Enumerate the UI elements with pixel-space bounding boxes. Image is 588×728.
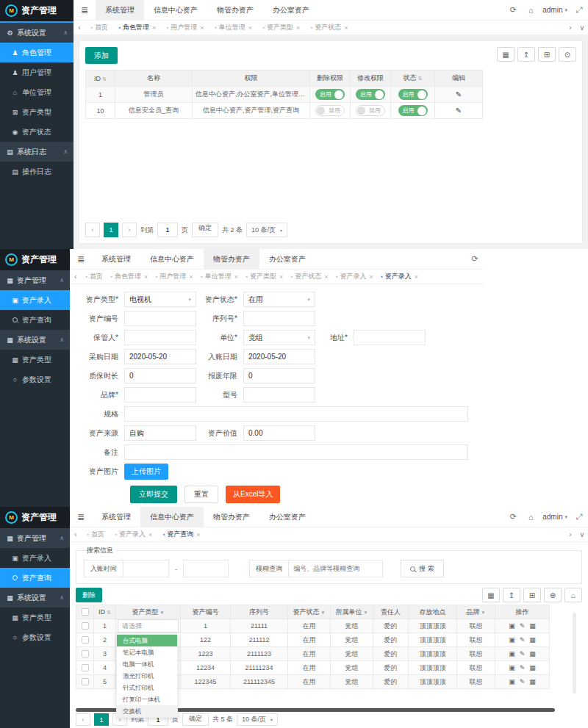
sidebar-item-asset-entry[interactable]: ▣ 资产录入	[0, 290, 70, 310]
status-toggle[interactable]: 启用	[398, 105, 428, 116]
copy-icon[interactable]: ▣	[509, 637, 515, 644]
columns-icon[interactable]: ▦	[482, 588, 500, 602]
row-checkbox[interactable]	[82, 678, 89, 685]
sidebar-item-asset-entry[interactable]: ▣ 资产录入	[0, 548, 70, 568]
close-icon[interactable]: ×	[370, 273, 373, 281]
delete-icon[interactable]: ▦	[529, 651, 536, 657]
col-unit[interactable]: 所属单位▼	[331, 605, 373, 619]
copy-icon[interactable]: ▣	[509, 623, 515, 630]
delete-icon[interactable]: ▦	[529, 665, 536, 671]
col-id[interactable]: ID⇅	[86, 71, 115, 87]
source-input[interactable]	[124, 425, 196, 441]
sort-icon[interactable]: ⇅	[102, 76, 107, 82]
select-all-checkbox[interactable]	[82, 608, 89, 616]
menu-icon[interactable]: ≣	[70, 512, 92, 522]
page-size-select[interactable]: 10 条/页 ▾	[246, 223, 287, 237]
col-asset-type[interactable]: 资产类型▼	[116, 605, 181, 619]
dropdown-option[interactable]: 激光打印机	[117, 670, 177, 682]
scrap-years-input[interactable]	[243, 368, 315, 383]
delete-permission-toggle[interactable]: 启用	[315, 89, 345, 100]
delete-icon[interactable]: ▦	[529, 637, 536, 644]
sidebar-group-system-settings[interactable]: ⚙ 系统设置 ∧	[0, 23, 74, 43]
export-icon[interactable]: ↥	[503, 588, 520, 602]
tab-asset-type[interactable]: ● 资产类型 ×	[257, 23, 305, 32]
dropdown-option[interactable]: 针式打印机	[117, 682, 177, 693]
print-icon[interactable]: ⊞	[538, 47, 556, 62]
close-icon[interactable]: ×	[344, 24, 348, 32]
sidebar-group-asset-management[interactable]: ▦ 资产管理 ∧	[0, 270, 70, 290]
dropdown-option[interactable]: 笔记本电脑	[117, 646, 177, 658]
home-icon[interactable]: ⌂	[522, 6, 539, 15]
nav-system-management[interactable]: 系统管理	[92, 249, 140, 270]
close-icon[interactable]: ×	[152, 24, 156, 32]
entry-time-to-input[interactable]	[183, 560, 229, 577]
page-size-select[interactable]: 10 条/页 ▾	[237, 713, 278, 726]
menu-icon[interactable]: ≣	[70, 254, 92, 264]
add-button[interactable]: 添加	[85, 47, 118, 64]
copy-icon[interactable]: ▣	[509, 651, 515, 657]
delete-permission-toggle[interactable]: 禁用	[315, 105, 345, 116]
nav-property-office-assets[interactable]: 物管办资产	[204, 249, 259, 270]
sidebar-item-parameter-settings[interactable]: ○ 参数设置	[0, 370, 70, 389]
refresh-icon[interactable]: ⟳	[504, 512, 522, 522]
next-page-button[interactable]: ›	[122, 223, 137, 237]
tab-asset-type[interactable]: ● 资产类型 ×	[242, 272, 287, 281]
copy-icon[interactable]: ▣	[509, 665, 515, 671]
prev-page-button[interactable]: ‹	[85, 223, 100, 237]
nav-info-center-assets[interactable]: 信息中心资产	[140, 249, 204, 270]
current-page-button[interactable]: 1	[104, 223, 118, 237]
export-icon[interactable]: ↥	[517, 47, 535, 62]
nav-office-assets[interactable]: 办公室资产	[259, 507, 315, 527]
refresh-icon[interactable]: ⟳	[504, 5, 522, 15]
tabs-menu-icon[interactable]: ∨	[576, 530, 588, 538]
sidebar-item-asset-query[interactable]: 资产查询	[0, 310, 70, 330]
tab-home[interactable]: ● 首页	[82, 530, 110, 539]
close-icon[interactable]: ×	[324, 273, 328, 281]
sidebar-item-asset-type[interactable]: ⊠ 资产类型	[0, 102, 74, 122]
modify-permission-toggle[interactable]: 禁用	[356, 105, 385, 116]
edit-icon[interactable]: ✎	[520, 665, 526, 671]
nav-system-management[interactable]: 系统管理	[92, 507, 140, 527]
refresh-icon[interactable]: ⟳	[466, 254, 484, 264]
asset-code-input[interactable]	[124, 311, 196, 326]
tab-home[interactable]: ● 首页	[82, 272, 107, 281]
copy-icon[interactable]: ▣	[509, 679, 515, 685]
row-checkbox[interactable]	[82, 650, 89, 657]
info-icon[interactable]: ⊙	[559, 47, 576, 62]
print-icon[interactable]: ⊞	[523, 588, 541, 602]
close-icon[interactable]: ×	[196, 531, 200, 538]
user-menu[interactable]: admin ▾	[542, 6, 567, 14]
vertical-scrollbar[interactable]	[573, 613, 576, 693]
sidebar-group-system-log[interactable]: ▤ 系统日志 ∧	[0, 142, 74, 162]
dropdown-option[interactable]: 电脑一体机	[117, 658, 177, 670]
sidebar-item-user-management[interactable]: ♟ 用户管理	[0, 62, 74, 82]
keeper-input[interactable]	[124, 330, 196, 345]
fuzzy-query-input[interactable]	[289, 560, 383, 577]
edit-icon[interactable]: ✎	[520, 637, 526, 644]
address-input[interactable]	[354, 330, 426, 345]
nav-property-office-assets[interactable]: 物管办资产	[207, 0, 263, 21]
edit-icon[interactable]: ✎	[520, 623, 526, 630]
confirm-page-button[interactable]: 确定	[182, 713, 209, 726]
import-excel-button[interactable]: 从Excel导入	[226, 486, 280, 503]
sidebar-group-system-settings[interactable]: ▦ 系统设置 ∧	[0, 588, 70, 608]
row-checkbox[interactable]	[82, 622, 89, 630]
spec-input[interactable]	[124, 406, 468, 422]
fullscreen-icon[interactable]: ⤢	[570, 5, 588, 15]
filter-icon[interactable]: ▼	[321, 610, 326, 615]
delete-icon[interactable]: ▦	[529, 679, 536, 685]
tab-asset-status[interactable]: ● 资产状态 ×	[305, 23, 353, 32]
close-icon[interactable]: ×	[279, 273, 283, 281]
tab-asset-entry[interactable]: ● 资产录入 ×	[332, 272, 377, 281]
brand-input[interactable]	[124, 387, 196, 403]
tabs-scroll-right-icon[interactable]: ›	[564, 24, 576, 32]
sidebar-group-asset-management[interactable]: ▦ 资产管理 ∧	[0, 528, 70, 548]
edit-pencil-icon[interactable]: ✎	[456, 107, 462, 115]
tab-asset-entry-active[interactable]: ● 资产录入 ×	[377, 272, 422, 281]
current-page-button[interactable]: 1	[94, 713, 109, 726]
warranty-input[interactable]	[124, 368, 196, 383]
entry-date-input[interactable]	[243, 349, 315, 364]
row-checkbox[interactable]	[82, 664, 89, 671]
sidebar-item-role-management[interactable]: ♟ 角色管理	[0, 43, 74, 62]
unit-select[interactable]: 党组 ▾	[243, 330, 315, 345]
